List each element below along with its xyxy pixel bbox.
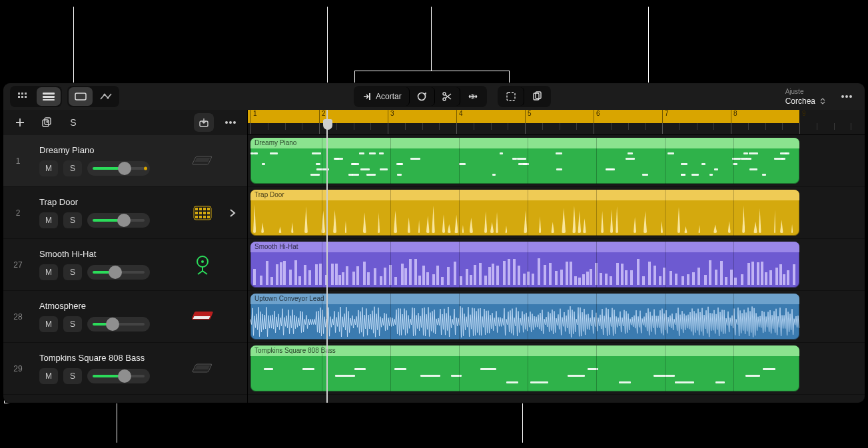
bar-marker: 9 — [799, 110, 806, 123]
snap-selector[interactable]: Ajuste Corchea — [785, 88, 830, 106]
region[interactable]: Tompkins Square 808 Bass — [250, 345, 799, 391]
track-lane[interactable]: Trap Door — [248, 187, 865, 239]
svg-rect-33 — [195, 208, 198, 210]
mute-button[interactable]: M — [39, 212, 58, 228]
trim-label: Acortar — [376, 92, 402, 101]
svg-rect-35 — [203, 208, 206, 210]
region[interactable]: Trap Door — [250, 190, 799, 236]
global-solo-button[interactable]: S — [63, 113, 83, 132]
automation-view-button[interactable] — [94, 87, 118, 106]
svg-rect-5 — [25, 96, 27, 98]
track-header[interactable]: 1Dreamy PianoMS — [3, 135, 247, 187]
volume-slider[interactable] — [87, 265, 150, 280]
svg-rect-24 — [43, 120, 49, 126]
loop-tool-button[interactable] — [410, 87, 435, 106]
volume-slider[interactable] — [87, 161, 150, 176]
track-lane[interactable]: Uptown Conveyor Lead — [248, 291, 865, 343]
ellipsis-icon — [224, 120, 236, 124]
regions-area[interactable]: Dreamy PianoTrap DoorSmooth Hi-HatUptown… — [248, 135, 865, 403]
track-number: 1 — [3, 156, 33, 166]
volume-slider[interactable] — [87, 317, 150, 332]
track-more-button[interactable] — [220, 113, 240, 132]
stretch-icon — [467, 92, 479, 101]
track-header[interactable]: 29Tompkins Square 808 BassMS — [3, 343, 247, 395]
bar-marker: 6 — [594, 110, 600, 123]
marquee-button[interactable] — [499, 87, 524, 106]
ruler[interactable]: 123456789 — [248, 110, 865, 135]
region-label: Tompkins Square 808 Bass — [250, 345, 799, 356]
volume-slider[interactable] — [87, 369, 150, 383]
svg-rect-39 — [203, 212, 206, 214]
svg-rect-34 — [199, 208, 202, 210]
callout-line — [354, 71, 509, 71]
svg-rect-36 — [207, 208, 210, 210]
split-tool-button[interactable] — [435, 87, 460, 106]
inbox-icon — [199, 117, 209, 128]
region-view-button[interactable] — [69, 87, 93, 106]
svg-rect-8 — [43, 99, 55, 101]
track-header[interactable]: 2Trap DoorMS — [3, 187, 247, 239]
solo-button[interactable]: S — [63, 316, 82, 332]
copy-button[interactable] — [524, 87, 550, 106]
track-name: Tompkins Square 808 Bass — [39, 353, 181, 363]
svg-rect-3 — [18, 96, 20, 98]
region-label: Smooth Hi-Hat — [250, 242, 799, 252]
track-name: Atmosphere — [39, 301, 181, 311]
view-grid-button[interactable] — [11, 87, 35, 106]
trim-tool-button[interactable]: Acortar — [355, 87, 410, 106]
region[interactable]: Smooth Hi-Hat — [250, 242, 799, 288]
svg-point-23 — [849, 95, 852, 98]
track-header[interactable]: 27Smooth Hi-HatMS — [3, 239, 247, 291]
solo-button[interactable]: S — [63, 212, 82, 228]
expand-button[interactable] — [224, 208, 240, 218]
svg-point-22 — [845, 95, 848, 98]
track-header[interactable]: 28AtmosphereMS — [3, 291, 247, 343]
instrument-icon[interactable] — [187, 154, 218, 168]
grid-icon — [18, 93, 29, 101]
snap-title: Ajuste — [785, 88, 804, 95]
callout-line — [4, 403, 243, 403]
toolbar-more-button[interactable] — [835, 87, 858, 106]
playhead-handle[interactable] — [323, 119, 332, 130]
track-number: 2 — [3, 208, 33, 218]
svg-rect-41 — [195, 216, 198, 218]
bar-marker: 7 — [662, 110, 669, 123]
svg-rect-6 — [43, 93, 55, 95]
view-tracks-button[interactable] — [37, 87, 61, 106]
updown-icon — [819, 98, 826, 105]
plus-icon — [15, 117, 25, 128]
svg-point-14 — [443, 93, 446, 95]
instrument-icon[interactable] — [187, 310, 218, 324]
import-button[interactable] — [194, 113, 214, 132]
mute-button[interactable]: M — [39, 160, 58, 176]
automation-icon — [100, 93, 112, 101]
playhead[interactable] — [326, 110, 328, 403]
mute-button[interactable]: M — [39, 316, 58, 332]
track-lane[interactable]: Smooth Hi-Hat — [248, 239, 865, 291]
volume-slider[interactable] — [87, 213, 150, 228]
solo-button[interactable]: S — [63, 264, 82, 280]
track-lane[interactable]: Dreamy Piano — [248, 135, 865, 187]
svg-point-15 — [443, 98, 446, 101]
mute-button[interactable]: M — [39, 368, 58, 384]
region[interactable]: Dreamy Piano — [250, 138, 799, 184]
instrument-icon[interactable] — [187, 255, 218, 275]
solo-button[interactable]: S — [63, 368, 82, 384]
instrument-icon[interactable] — [187, 205, 218, 221]
instrument-icon[interactable] — [187, 361, 218, 376]
region[interactable]: Uptown Conveyor Lead — [250, 294, 799, 339]
solo-button[interactable]: S — [63, 160, 82, 176]
loop-icon — [416, 91, 427, 102]
svg-point-46 — [201, 260, 204, 263]
mute-button[interactable]: M — [39, 264, 58, 280]
stretch-tool-button[interactable] — [460, 87, 486, 106]
scissors-icon — [442, 91, 452, 102]
bar-marker: 8 — [731, 110, 737, 123]
svg-rect-43 — [203, 216, 206, 218]
add-track-button[interactable] — [10, 113, 30, 132]
duplicate-track-button[interactable] — [37, 113, 57, 132]
track-lane[interactable]: Tompkins Square 808 Bass — [248, 343, 865, 395]
callout-line — [73, 7, 74, 85]
svg-rect-7 — [43, 96, 55, 98]
track-list: 1Dreamy PianoMS2Trap DoorMS27Smooth Hi-H… — [3, 135, 247, 403]
